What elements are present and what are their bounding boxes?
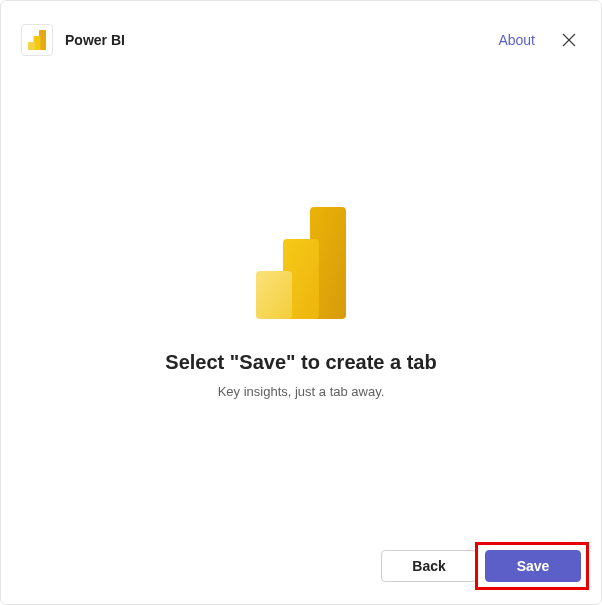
close-icon xyxy=(562,33,576,47)
back-button[interactable]: Back xyxy=(381,550,477,582)
dialog-container: Power BI About xyxy=(0,0,602,605)
powerbi-large-icon xyxy=(256,207,346,323)
dialog-footer: Back Save xyxy=(1,534,601,604)
app-icon-small xyxy=(21,24,53,56)
subtitle-text: Key insights, just a tab away. xyxy=(218,384,385,399)
svg-rect-7 xyxy=(256,271,292,319)
app-title: Power BI xyxy=(65,32,498,48)
close-button[interactable] xyxy=(557,28,581,52)
dialog-content: Select "Save" to create a tab Key insigh… xyxy=(1,61,601,604)
powerbi-icon xyxy=(28,30,46,50)
about-link[interactable]: About xyxy=(498,32,535,48)
dialog-header: Power BI About xyxy=(1,1,601,61)
svg-rect-2 xyxy=(28,42,35,50)
main-heading: Select "Save" to create a tab xyxy=(165,351,436,374)
save-button[interactable]: Save xyxy=(485,550,581,582)
